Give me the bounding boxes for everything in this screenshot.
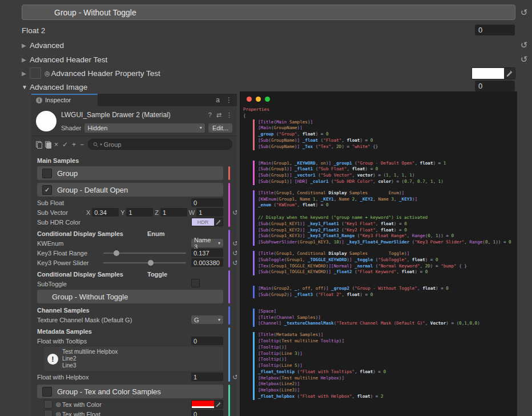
search-input[interactable] xyxy=(104,141,227,148)
search-box[interactable]: ▾ xyxy=(88,139,232,150)
texture-thumbnail[interactable] xyxy=(44,400,53,409)
advanced-header-property-checkbox[interactable] xyxy=(30,67,41,79)
float-with-helpbox-field[interactable]: 1 xyxy=(191,373,223,381)
tex-color-samples-checkbox[interactable] xyxy=(42,387,52,397)
help-icon[interactable]: ? xyxy=(208,111,212,118)
code-line: [Main(GroupName)] xyxy=(258,125,517,131)
group-without-toggle-header[interactable]: Group - Without Toggle xyxy=(37,290,223,303)
code-blank-line xyxy=(243,327,244,332)
presets-icon[interactable]: ⇄ xyxy=(216,111,221,119)
color-swatch[interactable]: HDR xyxy=(192,218,214,226)
kebab-menu-icon[interactable]: ⋮ xyxy=(226,111,232,119)
eyedropper-icon[interactable] xyxy=(214,218,223,226)
main-group-header-label: Group - Without Toggle xyxy=(54,8,136,17)
kwenum-dropdown[interactable]: Name 3 ▾ xyxy=(191,239,223,247)
slider-knob[interactable] xyxy=(114,250,119,256)
copy-icon[interactable] xyxy=(36,141,41,147)
collapse-all-icon[interactable]: × xyxy=(54,141,58,148)
kwenum-label: KWEnum xyxy=(37,240,191,247)
group-default-open-checkbox[interactable]: ✓ xyxy=(42,185,52,195)
helpbox: ! Test multiline Helpbox Line2 Line3 xyxy=(44,347,223,371)
checkmark-icon[interactable]: ✓ xyxy=(62,141,68,148)
shader-dropdown[interactable]: Hidden ▾ xyxy=(84,123,204,133)
channel-mask-dropdown[interactable]: G ▾ xyxy=(191,315,223,324)
slider-knob[interactable] xyxy=(148,260,154,266)
ui-scale-icon[interactable]: a xyxy=(216,96,220,104)
close-icon xyxy=(247,97,252,102)
code-block: [Space][Title(Channel Samples)][Channel]… xyxy=(253,309,517,327)
tex-color-field[interactable] xyxy=(191,400,223,409)
edit-shader-button[interactable]: Edit... xyxy=(208,123,232,133)
chevron-down-icon: ▾ xyxy=(218,241,220,246)
advanced-header-property-test-foldout[interactable]: ▶ ◎ Advanced Header Property Test xyxy=(22,67,160,79)
material-properties: Main Samples Group ✓ Group - Default Ope… xyxy=(31,152,237,416)
code-blank-line xyxy=(243,150,244,161)
advanced-image-field[interactable]: 0 xyxy=(475,81,515,91)
eyedropper-icon[interactable] xyxy=(214,401,223,408)
undo-icon[interactable]: ↺ xyxy=(519,55,529,63)
axis-w-label: W xyxy=(189,209,195,216)
tex-color-samples-label: Group - Tex and Color Samples xyxy=(57,387,161,396)
plus-icon[interactable]: + xyxy=(72,141,76,148)
float-with-tooltips-field[interactable]: 0 xyxy=(191,337,223,345)
helpbox-line: Line2 xyxy=(62,355,118,362)
vector-w-field[interactable]: 1 xyxy=(196,208,223,217)
advanced-header-property-color-field[interactable] xyxy=(471,67,515,79)
undo-icon[interactable]: ↺ xyxy=(232,240,237,247)
key3-power-slider[interactable] xyxy=(103,262,186,263)
material-preview-thumbnail[interactable] xyxy=(36,111,57,131)
code-line: // Display when the keyword ("group name… xyxy=(258,215,517,221)
code-line: Properties xyxy=(243,107,517,113)
tab-inspector[interactable]: i Inspector xyxy=(31,94,98,106)
paste-icon[interactable] xyxy=(45,141,50,147)
chevron-down-icon: ▾ xyxy=(200,125,202,130)
kebab-menu-icon[interactable]: ⋮ xyxy=(225,96,232,104)
vector-y-field[interactable]: 1 xyxy=(126,208,153,217)
key3-float-range-field[interactable]: 0.137 xyxy=(191,249,223,257)
undo-icon[interactable]: ↺ xyxy=(232,374,237,381)
group-default-open-header[interactable]: ✓ Group - Default Open xyxy=(37,183,223,197)
float2-field[interactable]: 0 xyxy=(475,25,515,35)
tex-with-color-row: ◎ Tex with Color xyxy=(37,399,223,409)
advanced-image-foldout[interactable]: ▼ Advanced Image xyxy=(22,81,87,93)
undo-icon[interactable]: ↺ xyxy=(232,209,237,216)
texture-thumbnail[interactable] xyxy=(44,410,53,416)
code-block: [Title(Metadata Samples)][Tooltip(Test m… xyxy=(253,332,517,400)
code-blank-line xyxy=(243,246,244,251)
tex-with-float-field[interactable]: 0 xyxy=(191,410,223,416)
sub-float-field[interactable]: 0 xyxy=(191,198,223,207)
hdr-color-field[interactable]: HDR xyxy=(191,218,223,226)
vector-x-field[interactable]: 0.34 xyxy=(92,208,119,217)
group-color-bar xyxy=(228,183,230,227)
key3-power-slider-field[interactable]: 0.003380 xyxy=(191,258,223,267)
advanced-header-test-foldout[interactable]: ▶ Advanced Header Test xyxy=(22,54,107,65)
subtoggle-checkbox[interactable] xyxy=(191,279,200,287)
metadata-samples-section: Metadata Samples Float with Tooltips 0 !… xyxy=(37,327,223,382)
color-swatch[interactable] xyxy=(472,68,504,79)
undo-icon[interactable]: ↺ xyxy=(519,41,529,49)
chevron-right-icon: ▶ xyxy=(22,57,30,63)
color-swatch[interactable] xyxy=(192,401,214,408)
eyedropper-icon[interactable] xyxy=(504,68,515,79)
undo-icon[interactable]: ↺ xyxy=(519,8,529,17)
inspector-tabbar: i Inspector a ⋮ xyxy=(31,94,237,106)
code-block: [Title(Group1, Conditional Display Sampl… xyxy=(253,251,517,275)
key3-float-range-slider[interactable] xyxy=(103,253,186,254)
vector-z-field[interactable]: 1 xyxy=(160,208,187,217)
channel-mask-value: G xyxy=(194,317,199,323)
code-line xyxy=(258,209,517,215)
code-line: [Main(Group1, _KEYWORD, on)] _group1 ("G… xyxy=(258,161,517,167)
minus-icon[interactable]: − xyxy=(80,141,84,148)
conditional-enum-section: Conditional Display Samples Enum KWEnum … xyxy=(37,230,223,267)
undo-icon[interactable]: ↺ xyxy=(232,250,237,257)
undo-icon[interactable]: ↺ xyxy=(232,259,237,266)
advanced-foldout[interactable]: ▶ Advanced xyxy=(22,39,64,51)
code-line: [Title(Group1, Conditional Display Sampl… xyxy=(258,251,517,257)
group-toggle-checkbox[interactable] xyxy=(42,169,52,178)
main-group-header[interactable]: Group - Without Toggle xyxy=(22,5,515,20)
shader-label: Shader xyxy=(61,125,81,131)
group-header[interactable]: Group xyxy=(37,166,223,180)
tex-color-samples-header[interactable]: Group - Tex and Color Samples xyxy=(37,385,223,398)
chevron-down-icon: ▾ xyxy=(100,142,102,147)
code-blank-line xyxy=(243,275,244,286)
